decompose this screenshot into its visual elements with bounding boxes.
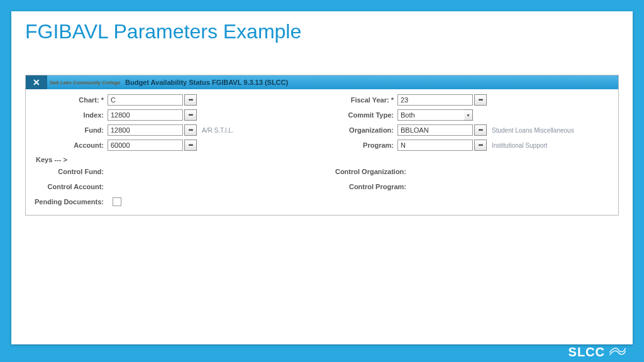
program-desc: Institutional Support bbox=[492, 142, 547, 149]
panel-header: ✕ Salt Lake Community College Budget Ava… bbox=[26, 75, 618, 89]
index-lookup-icon[interactable]: ••• bbox=[184, 109, 197, 121]
index-label: Index: bbox=[32, 111, 108, 119]
college-logo: Salt Lake Community College bbox=[47, 80, 123, 85]
chart-label: Chart: * bbox=[32, 96, 108, 104]
index-field[interactable] bbox=[108, 109, 183, 121]
fund-desc: A/R S.T.I.L. bbox=[202, 127, 234, 134]
organization-desc: Student Loans Miscellaneous bbox=[492, 127, 574, 134]
commit-type-field[interactable] bbox=[397, 109, 464, 121]
program-label: Program: bbox=[322, 141, 397, 149]
control-program-label: Control Program: bbox=[322, 183, 410, 190]
brand-text: SLCC bbox=[569, 345, 605, 359]
slide-title: FGIBAVL Parameters Example bbox=[11, 11, 633, 43]
commit-type-dropdown-icon[interactable]: ▼ bbox=[464, 109, 473, 121]
fund-label: Fund: bbox=[32, 126, 108, 134]
panel-body: Chart: * ••• Index: ••• Fund: ••• A/R S.… bbox=[26, 89, 618, 215]
control-organization-label: Control Organization: bbox=[322, 168, 410, 175]
organization-field[interactable] bbox=[397, 124, 473, 136]
slide: FGIBAVL Parameters Example ✕ Salt Lake C… bbox=[11, 11, 633, 344]
close-icon[interactable]: ✕ bbox=[26, 75, 47, 89]
chart-field[interactable] bbox=[108, 94, 183, 106]
chart-lookup-icon[interactable]: ••• bbox=[184, 94, 197, 106]
fiscal-year-lookup-icon[interactable]: ••• bbox=[474, 94, 487, 106]
fiscal-year-field[interactable] bbox=[397, 94, 473, 106]
left-column: Chart: * ••• Index: ••• Fund: ••• A/R S.… bbox=[32, 93, 322, 153]
control-account-label: Control Account: bbox=[32, 183, 108, 190]
program-lookup-icon[interactable]: ••• bbox=[474, 140, 487, 151]
organization-lookup-icon[interactable]: ••• bbox=[474, 124, 487, 136]
pending-documents-label: Pending Documents: bbox=[32, 198, 108, 206]
account-label: Account: bbox=[32, 141, 108, 149]
footer-brand: SLCC bbox=[569, 345, 626, 359]
program-field[interactable] bbox=[397, 140, 473, 151]
account-lookup-icon[interactable]: ••• bbox=[184, 140, 197, 151]
organization-label: Organization: bbox=[322, 126, 397, 134]
control-fund-label: Control Fund: bbox=[32, 168, 108, 175]
fund-lookup-icon[interactable]: ••• bbox=[184, 124, 197, 136]
fund-field[interactable] bbox=[108, 124, 183, 136]
brand-swirl-icon bbox=[609, 347, 626, 358]
right-column: Fiscal Year: * ••• Commit Type: ▼ Organi… bbox=[322, 93, 612, 153]
commit-type-label: Commit Type: bbox=[322, 111, 397, 119]
keys-header: Keys --- > bbox=[36, 156, 612, 163]
pending-documents-checkbox[interactable] bbox=[113, 197, 121, 206]
form-panel: ✕ Salt Lake Community College Budget Ava… bbox=[25, 75, 619, 216]
fiscal-year-label: Fiscal Year: * bbox=[322, 96, 397, 104]
account-field[interactable] bbox=[108, 140, 183, 151]
panel-title: Budget Availability Status FGIBAVL 9.3.1… bbox=[123, 79, 288, 86]
